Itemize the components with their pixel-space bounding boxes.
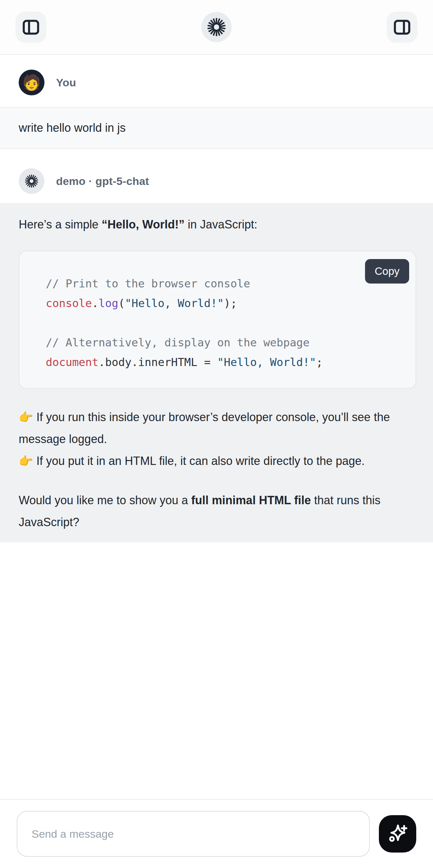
code-block: Copy // Print to the browser consolecons… bbox=[19, 251, 416, 389]
user-turn: 🧑 You write hello world in js bbox=[0, 55, 433, 149]
user-author-row: 🧑 You bbox=[0, 55, 433, 107]
tip-line: 👉 If you run this inside your browser’s … bbox=[19, 406, 416, 450]
sparkle-plus-icon bbox=[386, 822, 409, 845]
intro-suffix: in JavaScript: bbox=[185, 218, 257, 231]
message-input[interactable] bbox=[17, 811, 370, 857]
assistant-avatar bbox=[19, 168, 44, 194]
empty-chat-space bbox=[0, 542, 433, 799]
assistant-intro: Here’s a simple “Hello, World!” in JavaS… bbox=[19, 217, 416, 232]
question-prefix: Would you like me to show you a bbox=[19, 494, 191, 507]
assistant-author-row: demo · gpt-5-chat bbox=[0, 149, 433, 203]
assistant-author-label: demo · gpt-5-chat bbox=[56, 175, 149, 188]
user-avatar: 🧑 bbox=[19, 70, 44, 95]
user-message-bubble: write hello world in js bbox=[0, 107, 433, 149]
starburst-icon bbox=[24, 173, 40, 189]
panel-left-icon bbox=[21, 17, 41, 37]
panel-right-icon bbox=[392, 17, 412, 37]
user-avatar-emoji: 🧑 bbox=[22, 74, 40, 91]
user-author-label: You bbox=[56, 76, 76, 89]
model-logo-button[interactable] bbox=[202, 12, 231, 42]
intro-prefix: Here’s a simple bbox=[19, 218, 101, 231]
assistant-question: Would you like me to show you a full min… bbox=[19, 489, 416, 533]
right-panel-toggle-button[interactable] bbox=[386, 11, 417, 43]
chat-app: 🧑 You write hello world in js demo · gpt… bbox=[0, 0, 433, 868]
assistant-tips: 👉 If you run this inside your browser’s … bbox=[19, 406, 416, 472]
header bbox=[0, 0, 433, 55]
assistant-turn: demo · gpt-5-chat Here’s a simple “Hello… bbox=[0, 149, 433, 542]
composer bbox=[0, 799, 433, 868]
copy-button[interactable]: Copy bbox=[365, 259, 409, 283]
tip-line: 👉 If you put it in an HTML file, it can … bbox=[19, 450, 416, 472]
user-message-text: write hello world in js bbox=[19, 121, 126, 135]
code-lines: // Print to the browser consoleconsole.l… bbox=[46, 274, 403, 372]
sidebar-toggle-button[interactable] bbox=[16, 11, 47, 43]
intro-bold: “Hello, World!” bbox=[101, 218, 184, 231]
assistant-message-body: Here’s a simple “Hello, World!” in JavaS… bbox=[0, 203, 433, 542]
question-bold: full minimal HTML file bbox=[191, 494, 311, 507]
send-button[interactable] bbox=[379, 815, 416, 852]
starburst-icon bbox=[207, 17, 226, 37]
